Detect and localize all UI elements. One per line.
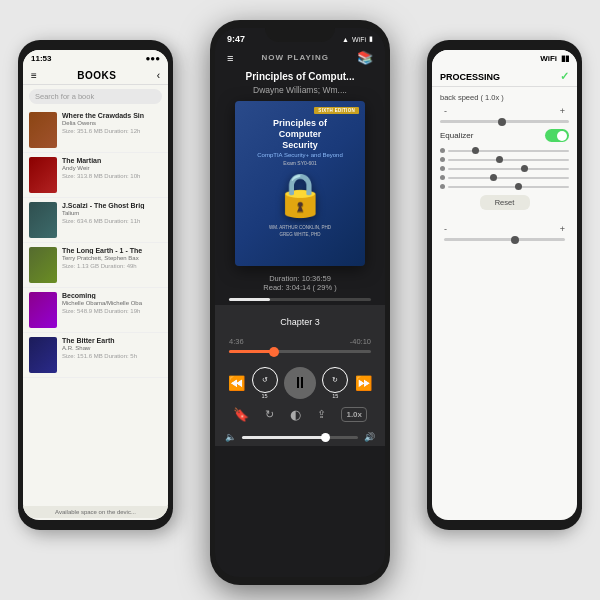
eq-track-2[interactable] xyxy=(448,168,569,170)
right-phone: WiFi ▮▮ PROCESSING ✓ back speed ( 1.0x )… xyxy=(427,40,582,530)
book-author: Talium xyxy=(62,210,162,216)
book-cover: SIXTH EDITION Principles of Computer Sec… xyxy=(235,101,365,266)
book-info: Becoming Michelle Obama/Michelle Oba Siz… xyxy=(62,292,162,314)
right-status-bar: WiFi ▮▮ xyxy=(432,50,577,67)
eq-track-3[interactable] xyxy=(448,177,569,179)
speed-slider-track[interactable] xyxy=(440,120,569,123)
bottom-slider-track[interactable] xyxy=(444,238,565,241)
eq-thumb-4[interactable] xyxy=(515,183,522,190)
list-item[interactable]: The Long Earth - 1 - The Terry Pratchett… xyxy=(23,243,168,288)
left-search[interactable]: Search for a book xyxy=(29,89,162,104)
volume-fill xyxy=(242,436,323,439)
toggle-thumb xyxy=(557,131,567,141)
center-status-icons: ▲ WiFi ▮ xyxy=(342,35,373,43)
cover-subtitle: CompTIA Security+ and Beyond xyxy=(257,152,343,158)
theme-button[interactable]: ◐ xyxy=(290,407,301,422)
list-item[interactable]: J.Scalzi - The Ghost Brig Talium Size: 6… xyxy=(23,198,168,243)
time-remaining: -40:10 xyxy=(350,337,371,346)
right-content: back speed ( 1.0x ) - + Equalizer xyxy=(432,87,577,222)
speed-button[interactable]: 1.0x xyxy=(341,407,367,422)
speed-slider-thumb[interactable] xyxy=(498,118,506,126)
left-header-title: BOOKS xyxy=(77,70,116,81)
right-check-icon[interactable]: ✓ xyxy=(560,70,569,83)
left-back-icon[interactable]: ‹ xyxy=(157,70,160,81)
center-book-title: Principles of Comput... xyxy=(215,69,385,84)
library-icon[interactable]: 📚 xyxy=(357,50,373,65)
airplay-button[interactable]: ⇪ xyxy=(317,408,326,421)
right-battery-icon: ▮▮ xyxy=(561,54,569,63)
right-wifi-icon: WiFi xyxy=(540,54,557,63)
center-phone: 9:47 ▲ WiFi ▮ ≡ NOW PLAYING 📚 Principles… xyxy=(210,20,390,585)
eq-thumb-3[interactable] xyxy=(490,174,497,181)
center-book-author: Dwayne Williams; Wm.... xyxy=(215,84,385,99)
book-info: The Martian Andy Weir Size: 313.8 MB Dur… xyxy=(62,157,162,179)
eq-track-1[interactable] xyxy=(448,159,569,161)
bottom-minus[interactable]: - xyxy=(444,224,447,234)
left-phone: 11:53 ●●● ≡ BOOKS ‹ Search for a book Wh… xyxy=(18,40,173,530)
right-header-title: PROCESSING xyxy=(440,72,500,82)
eq-track-0[interactable] xyxy=(448,150,569,152)
bottom-plus[interactable]: + xyxy=(560,224,565,234)
chapter-slider-track[interactable] xyxy=(229,350,371,353)
book-author: Michelle Obama/Michelle Oba xyxy=(62,300,162,306)
book-meta: Size: 313.8 MB Duration: 10h xyxy=(62,173,162,179)
equalizer-header: Equalizer xyxy=(440,129,569,142)
book-author: Delia Owens xyxy=(62,120,162,126)
chapter-label-container: Chapter 3 xyxy=(215,305,385,335)
repeat-button[interactable]: ↻ xyxy=(265,408,274,421)
eq-thumb-0[interactable] xyxy=(472,147,479,154)
list-item[interactable]: The Bitter Earth A.R. Shaw Size: 151.6 M… xyxy=(23,333,168,378)
bottom-slider-thumb[interactable] xyxy=(511,236,519,244)
book-title: Where the Crawdads Sin xyxy=(62,112,162,119)
left-phone-screen: 11:53 ●●● ≡ BOOKS ‹ Search for a book Wh… xyxy=(23,50,168,520)
skip-fwd-button[interactable]: ↻ xyxy=(322,367,348,393)
equalizer-toggle[interactable] xyxy=(545,129,569,142)
speed-minus[interactable]: - xyxy=(444,106,447,116)
book-thumbnail xyxy=(29,202,57,238)
book-info: J.Scalzi - The Ghost Brig Talium Size: 6… xyxy=(62,202,162,224)
center-header: ≡ NOW PLAYING 📚 xyxy=(215,46,385,69)
left-status-bar: 11:53 ●●● xyxy=(23,50,168,67)
book-meta: Size: 548.9 MB Duration: 19h xyxy=(62,308,162,314)
volume-thumb[interactable] xyxy=(321,433,330,442)
speed-plus[interactable]: + xyxy=(560,106,565,116)
skip-fwd-number: 15 xyxy=(332,393,338,399)
main-controls: ⏪ ↺ 15 ⏸ ↻ 15 ⏩ xyxy=(225,363,375,403)
book-info: Where the Crawdads Sin Delia Owens Size:… xyxy=(62,112,162,134)
chapter-label: Chapter 3 xyxy=(280,317,320,327)
speed-slider-row xyxy=(440,120,569,123)
eq-thumb-2[interactable] xyxy=(521,165,528,172)
pause-button[interactable]: ⏸ xyxy=(284,367,316,399)
eq-thumb-1[interactable] xyxy=(496,156,503,163)
phone-notch xyxy=(265,20,335,42)
book-meta: Size: 1.13 GB Duration: 49h xyxy=(62,263,162,269)
fast-forward-button[interactable]: ⏩ xyxy=(355,375,372,391)
bookmark-button[interactable]: 🔖 xyxy=(233,407,249,422)
eq-slider-row xyxy=(440,157,569,162)
book-title: J.Scalzi - The Ghost Brig xyxy=(62,202,162,209)
eq-dot xyxy=(440,184,445,189)
eq-slider-row xyxy=(440,148,569,153)
list-item[interactable]: The Martian Andy Weir Size: 313.8 MB Dur… xyxy=(23,153,168,198)
left-status-icons: ●●● xyxy=(146,54,161,63)
list-item[interactable]: Where the Crawdads Sin Delia Owens Size:… xyxy=(23,108,168,153)
duration-line: Duration: 10:36:59 xyxy=(215,274,385,283)
book-cover-art: SIXTH EDITION Principles of Computer Sec… xyxy=(235,101,365,266)
eq-dot xyxy=(440,175,445,180)
left-menu-icon[interactable]: ≡ xyxy=(31,70,37,81)
eq-slider-row xyxy=(440,166,569,171)
skip-fwd-label: ↻ xyxy=(332,376,338,384)
skip-back-wrapper: ↺ 15 xyxy=(252,367,278,399)
skip-back-button[interactable]: ↺ xyxy=(252,367,278,393)
eq-dot xyxy=(440,148,445,153)
volume-slider-track[interactable] xyxy=(242,436,358,439)
rewind-button[interactable]: ⏪ xyxy=(228,375,245,391)
eq-track-4[interactable] xyxy=(448,186,569,188)
list-item[interactable]: Becoming Michelle Obama/Michelle Oba Siz… xyxy=(23,288,168,333)
eq-slider-row xyxy=(440,175,569,180)
chapter-slider-thumb[interactable] xyxy=(269,347,279,357)
book-meta: Size: 634.6 MB Duration: 11h xyxy=(62,218,162,224)
reset-button[interactable]: Reset xyxy=(480,195,530,210)
right-bottom-slider-container: - + xyxy=(440,224,569,241)
book-author: Andy Weir xyxy=(62,165,162,171)
